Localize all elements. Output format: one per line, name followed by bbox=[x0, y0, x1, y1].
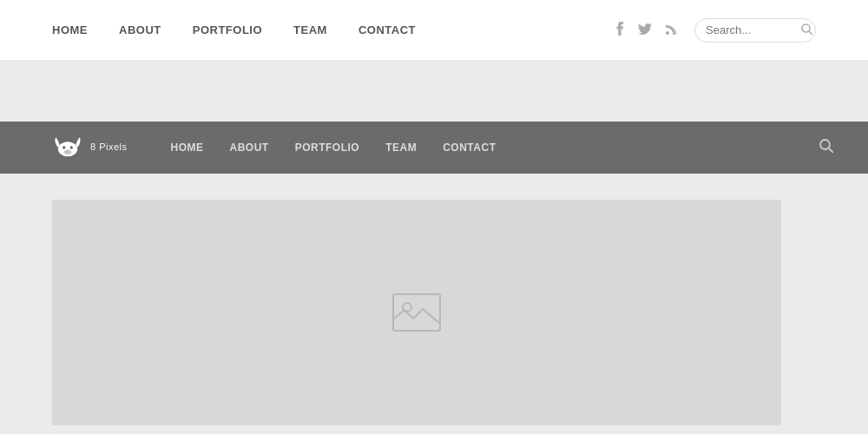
sticky-search-button[interactable] bbox=[819, 139, 833, 156]
top-search-input[interactable] bbox=[706, 23, 801, 36]
sticky-nav-contact[interactable]: CONTACT bbox=[443, 141, 496, 154]
svg-point-6 bbox=[64, 150, 72, 155]
logo-icon bbox=[52, 135, 83, 160]
placeholder-image-icon bbox=[392, 293, 441, 332]
top-nav-right bbox=[615, 18, 816, 43]
top-nav-portfolio[interactable]: PORTFOLIO bbox=[193, 23, 262, 36]
svg-point-3 bbox=[58, 141, 77, 156]
main-content bbox=[0, 174, 868, 434]
svg-point-0 bbox=[666, 31, 669, 35]
svg-point-4 bbox=[62, 146, 65, 148]
facebook-icon[interactable] bbox=[615, 22, 624, 38]
nav-gap bbox=[0, 61, 868, 122]
sticky-nav-links: HOME ABOUT PORTFOLIO TEAM CONTACT bbox=[171, 141, 496, 154]
logo-text: 8 Pixels bbox=[90, 141, 128, 153]
sticky-nav-left: 8 Pixels HOME ABOUT PORTFOLIO TEAM CONTA… bbox=[52, 135, 496, 160]
sticky-nav-home[interactable]: HOME bbox=[171, 141, 204, 154]
top-nav-team[interactable]: TEAM bbox=[293, 23, 327, 36]
top-nav-about[interactable]: ABOUT bbox=[119, 23, 161, 36]
social-icons bbox=[615, 22, 677, 38]
search-icon[interactable] bbox=[801, 23, 812, 37]
sticky-nav-portfolio[interactable]: PORTFOLIO bbox=[295, 141, 360, 154]
svg-point-1 bbox=[802, 24, 810, 32]
hero-image-placeholder bbox=[52, 200, 781, 425]
svg-line-2 bbox=[809, 31, 812, 35]
top-search-box[interactable] bbox=[694, 18, 816, 43]
svg-line-8 bbox=[829, 148, 833, 153]
svg-point-7 bbox=[820, 140, 830, 149]
rss-icon[interactable] bbox=[666, 23, 677, 37]
sticky-nav-about[interactable]: ABOUT bbox=[230, 141, 269, 154]
top-nav-home[interactable]: HOME bbox=[52, 23, 88, 36]
twitter-icon[interactable] bbox=[638, 23, 652, 37]
top-navbar: HOME ABOUT PORTFOLIO TEAM CONTACT bbox=[0, 0, 868, 61]
sticky-navbar: 8 Pixels HOME ABOUT PORTFOLIO TEAM CONTA… bbox=[0, 122, 868, 174]
sticky-nav-team[interactable]: TEAM bbox=[385, 141, 417, 154]
svg-point-5 bbox=[70, 146, 73, 148]
logo[interactable]: 8 Pixels bbox=[52, 135, 128, 160]
top-nav-contact[interactable]: CONTACT bbox=[358, 23, 416, 36]
top-nav-links: HOME ABOUT PORTFOLIO TEAM CONTACT bbox=[52, 23, 416, 36]
